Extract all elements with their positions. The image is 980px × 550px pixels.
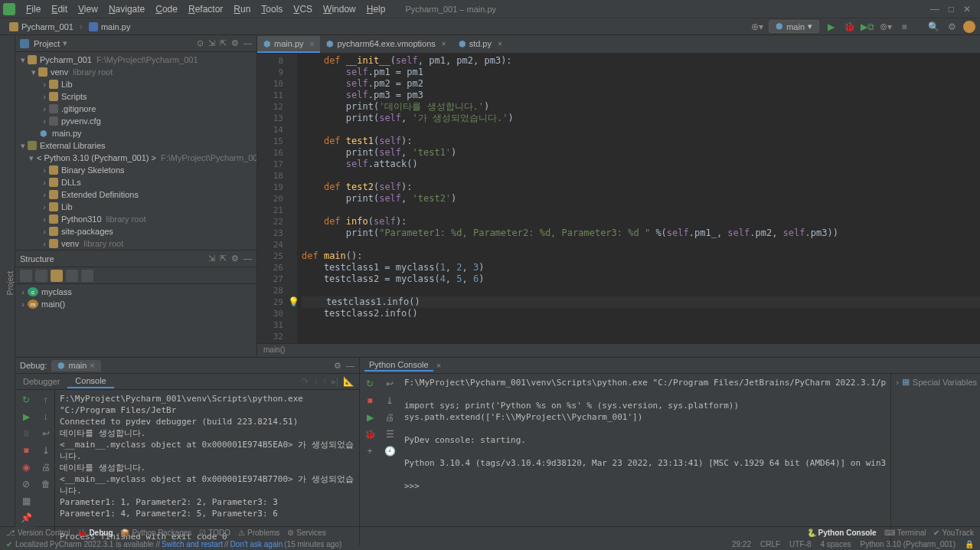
line-separator[interactable]: CRLF <box>760 540 780 548</box>
hide-button[interactable]: — <box>243 38 252 48</box>
interpreter-info[interactable]: Python 3.10 (Pycharm_001) <box>860 540 956 548</box>
run-button[interactable]: ▶ <box>824 20 838 34</box>
python-console-output[interactable]: F:\MyProject\Pycharm_001\venv\Scripts\py… <box>400 374 891 545</box>
tree-row[interactable]: ›pyvenv.cfg <box>15 115 256 127</box>
tree-row[interactable]: ▾venvlibrary root <box>15 66 256 78</box>
tree-row[interactable]: ›Extended Definitions <box>15 188 256 201</box>
side-tab-project[interactable]: Project <box>6 271 15 295</box>
expand-icon[interactable]: › <box>896 378 899 387</box>
menu-window[interactable]: Window <box>318 2 361 16</box>
status-item-problems[interactable]: ⚠Problems <box>238 529 279 537</box>
show-anon-button[interactable] <box>66 270 78 282</box>
tab-debugger[interactable]: Debugger <box>15 375 67 388</box>
settings-button[interactable]: ⚙ <box>945 20 959 34</box>
soft-wrap-button[interactable]: ↩ <box>386 378 394 389</box>
menu-help[interactable]: Help <box>362 2 390 16</box>
step-over-button[interactable]: ↷ <box>301 376 309 387</box>
close-icon[interactable]: × <box>498 40 502 48</box>
editor-tab[interactable]: ⬢main.py× <box>257 36 320 53</box>
tree-row[interactable]: ›Python310library root <box>15 213 256 225</box>
evaluate-button[interactable]: 📐 <box>343 376 354 387</box>
hide-button[interactable]: — <box>346 361 354 371</box>
settings-icon[interactable]: ⚙ <box>334 361 341 371</box>
status-item-debug[interactable]: 🐞Debug <box>77 529 113 537</box>
mute-breakpoints-button[interactable]: ⊘ <box>22 479 30 489</box>
collapse-all-button[interactable]: ⇱ <box>220 38 227 48</box>
expand-all-button[interactable]: ⇲ <box>208 254 215 264</box>
menu-navigate[interactable]: Navigate <box>104 2 149 16</box>
step-out-button[interactable]: ↑ <box>322 376 327 387</box>
tree-row[interactable]: ›DLLs <box>15 176 256 188</box>
debug-console-output[interactable]: F:\MyProject\Pycharm_001\venv\Scripts\py… <box>55 390 359 545</box>
project-tree[interactable]: ▾Pycharm_001F:\MyProject\Pycharm_001▾ven… <box>15 52 256 250</box>
lock-icon[interactable]: 🔒 <box>965 540 974 548</box>
menu-view[interactable]: View <box>74 2 103 16</box>
menu-edit[interactable]: Edit <box>47 2 72 16</box>
tree-row[interactable]: ⬢main.py <box>15 127 256 139</box>
debug-button[interactable]: 🐞 <box>842 20 856 34</box>
structure-tree[interactable]: ›cmyclass›mmain() <box>15 284 256 357</box>
tree-row[interactable]: ›Scripts <box>15 90 256 103</box>
show-vars-button[interactable]: ☰ <box>386 429 394 440</box>
stop-button[interactable]: ■ <box>367 395 372 406</box>
switch-restart-link[interactable]: Switch and restart <box>162 540 223 548</box>
tree-row[interactable]: ›venvlibrary root <box>15 237 256 250</box>
tab-console[interactable]: Console <box>67 375 113 388</box>
tree-row[interactable]: ›site-packages <box>15 225 256 237</box>
pause-button[interactable]: ⏸ <box>21 428 31 439</box>
show-inherited-button[interactable] <box>51 270 63 282</box>
tree-row[interactable]: ›.gitignore <box>15 103 256 115</box>
maximize-button[interactable]: □ <box>949 4 954 15</box>
menu-file[interactable]: File <box>21 2 45 16</box>
tree-row[interactable]: ›Lib <box>15 78 256 90</box>
step-into-button[interactable]: ↓ <box>313 376 318 387</box>
down-button[interactable]: ↓ <box>44 411 48 422</box>
rerun-button[interactable]: ↻ <box>366 378 374 389</box>
pin-button[interactable]: 📌 <box>21 512 32 523</box>
print-button[interactable]: 🖨 <box>385 412 394 423</box>
profile-button[interactable]: ⊚▾ <box>879 20 893 34</box>
menu-refactor[interactable]: Refactor <box>184 2 227 16</box>
tree-row[interactable]: ▾Pycharm_001F:\MyProject\Pycharm_001 <box>15 54 256 66</box>
scroll-to-end-button[interactable]: ⤓ <box>386 395 394 406</box>
run-to-cursor-button[interactable]: ▸| <box>332 376 338 387</box>
minimize-button[interactable]: — <box>930 4 939 15</box>
view-breakpoints-button[interactable]: ◉ <box>22 462 30 473</box>
editor-breadcrumb[interactable]: main() <box>257 343 980 357</box>
soft-wrap-button[interactable]: ↩ <box>42 428 50 439</box>
breadcrumb-project[interactable]: Pycharm_001 <box>5 21 78 33</box>
search-button[interactable]: 🔍 <box>926 20 940 34</box>
menu-vcs[interactable]: VCS <box>289 2 317 16</box>
close-icon[interactable]: × <box>442 40 446 48</box>
resume-button[interactable]: ▶ <box>23 411 30 422</box>
chevron-down-icon[interactable]: ▾ <box>63 38 67 48</box>
code-area[interactable]: def __init__(self, pm1, pm2, pm3): self.… <box>297 54 980 343</box>
close-button[interactable]: ✕ <box>963 4 971 15</box>
dont-ask-link[interactable]: Don't ask again <box>230 540 283 548</box>
stop-button[interactable]: ■ <box>23 445 28 456</box>
indent-info[interactable]: 4 spaces <box>820 540 851 548</box>
up-button[interactable]: ↑ <box>44 394 48 405</box>
status-item-version-control[interactable]: ⎇Version Control <box>6 529 70 537</box>
expand-all-button[interactable]: ⇲ <box>208 38 215 48</box>
new-console-button[interactable]: + <box>367 446 372 457</box>
debug-session-tab[interactable]: ⬢ main × <box>51 360 100 372</box>
python-console-tab[interactable]: Python Console <box>364 359 433 372</box>
attach-debugger-button[interactable]: 🐞 <box>364 429 376 440</box>
rerun-button[interactable]: ↻ <box>22 394 30 405</box>
menu-tools[interactable]: Tools <box>256 2 287 16</box>
status-item-todo[interactable]: ☑TODO <box>199 529 230 537</box>
variables-pane[interactable]: › ▦ Special Variables <box>891 374 980 545</box>
editor-tab[interactable]: ⬢pycharm64.exe.vmoptions× <box>320 36 452 53</box>
tree-row[interactable]: ▾< Python 3.10 (Pycharm_001) >F:\MyProje… <box>15 152 256 164</box>
tree-row[interactable]: ▾External Libraries <box>15 139 256 152</box>
show-fields-button[interactable] <box>35 270 47 282</box>
run-config-select[interactable]: ⬢ main ▾ <box>769 20 819 33</box>
editor-tab[interactable]: ⬢std.py× <box>452 36 508 53</box>
status-item-youtrack[interactable]: ✔YouTrack <box>933 529 974 537</box>
status-item-terminal[interactable]: ⌨Terminal <box>884 529 926 537</box>
scroll-to-end-button[interactable]: ⤓ <box>42 445 50 456</box>
avatar-icon[interactable] <box>963 21 975 33</box>
project-title[interactable]: Project <box>34 39 60 48</box>
close-icon[interactable]: × <box>90 361 94 370</box>
